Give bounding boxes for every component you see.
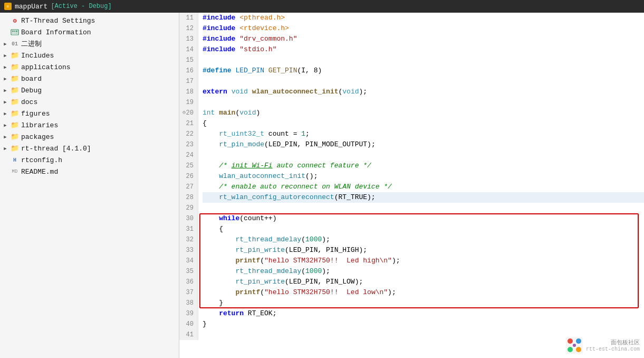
ln-35: 35 — [184, 266, 194, 277]
ln-28: 28 — [184, 192, 194, 203]
sidebar-item-readme-md[interactable]: MD README.md — [0, 166, 179, 177]
arrow-board-info — [2, 29, 8, 35]
ln-19: 19 — [184, 97, 194, 108]
debug-label: Debug — [21, 87, 42, 95]
arrow-includes: ▶ — [2, 52, 8, 59]
code-container: 11 12 13 14 15 16 17 18 19 20⊖ 21 22 23 … — [179, 13, 644, 340]
svg-point-11 — [576, 347, 581, 352]
code-line-38: } — [203, 298, 644, 308]
arrow-applications: ▶ — [2, 64, 8, 70]
code-line-25: /* init Wi-Fi auto connect feature */ — [203, 161, 644, 171]
rtconfig-h-label: rtconfig.h — [21, 156, 62, 164]
arrow-rtconfig-h — [2, 157, 8, 163]
ln-16: 16 — [184, 65, 194, 76]
sidebar-item-binary[interactable]: ▶ 01 二进制 — [0, 38, 179, 50]
svg-point-9 — [576, 338, 581, 344]
packages-folder-icon: 📁 — [11, 133, 19, 141]
binary-icon: 01 — [11, 40, 19, 48]
app-title: mappUart — [15, 3, 47, 11]
board-folder-icon: 📁 — [11, 74, 19, 83]
sidebar-item-figures[interactable]: ▶ 📁 figures — [0, 108, 179, 119]
code-line-28: rt_wlan_config_autoreconnect(RT_TRUE); — [203, 192, 644, 203]
sidebar-item-board[interactable]: ▶ 📁 board — [0, 73, 179, 84]
svg-point-8 — [568, 338, 573, 344]
svg-point-12 — [573, 344, 576, 347]
ln-39: 39 — [184, 308, 194, 319]
sidebar-item-debug[interactable]: ▶ 📁 Debug — [0, 84, 179, 96]
rt-thread-settings-label: RT-Thread Settings — [21, 17, 95, 25]
svg-point-10 — [568, 347, 573, 352]
rtthread-icon: ⚙ — [11, 16, 19, 25]
svg-rect-6 — [15, 33, 17, 33]
arrow-board: ▶ — [2, 76, 8, 82]
figures-label: figures — [21, 110, 50, 118]
ln-13: 13 — [184, 34, 194, 44]
ln-40: 40 — [184, 319, 194, 329]
sidebar-item-applications[interactable]: ▶ 📁 applications — [0, 61, 179, 73]
arrow-figures: ▶ — [2, 110, 8, 117]
ln-23: 23 — [184, 139, 194, 150]
arrow-readme-md — [2, 168, 8, 175]
svg-rect-5 — [14, 33, 15, 33]
code-line-29 — [203, 203, 644, 213]
applications-folder-icon: 📁 — [11, 63, 19, 71]
applications-label: applications — [21, 63, 71, 71]
code-line-33: rt_pin_write(LED_PIN, PIN_HIGH); — [203, 245, 644, 256]
sidebar-item-board-information[interactable]: Board Information — [0, 26, 179, 38]
code-line-40: } — [203, 319, 644, 329]
app-icon: ≡ — [4, 3, 12, 10]
watermark-logo-icon — [566, 337, 583, 354]
sidebar: ⚙ RT-Thread Settings Board Information — [0, 13, 179, 358]
ln-30: 30 — [184, 213, 194, 224]
sidebar-item-libraries[interactable]: ▶ 📁 libraries — [0, 119, 179, 131]
ln-37: 37 — [184, 287, 194, 298]
sidebar-item-rt-thread-settings[interactable]: ⚙ RT-Thread Settings — [0, 15, 179, 26]
code-line-24 — [203, 150, 644, 161]
ln-34: 34 — [184, 256, 194, 266]
watermark-site-name: 面包板社区 — [586, 338, 640, 346]
ln-36: 36 — [184, 277, 194, 287]
code-line-23: rt_pin_mode(LED_PIN, PIN_MODE_OUTPUT); — [203, 139, 644, 150]
ln-20: 20⊖ — [184, 108, 194, 118]
sidebar-item-docs[interactable]: ▶ 📁 docs — [0, 96, 179, 108]
code-line-12: #include <rtdevice.h> — [203, 23, 644, 34]
sidebar-item-includes[interactable]: ▶ 📁 Includes — [0, 50, 179, 61]
readme-md-icon: MD — [11, 167, 19, 176]
code-line-17 — [203, 76, 644, 87]
code-line-39: return RT_EOK; — [203, 308, 644, 319]
watermark-url: rtt-est-china.com — [586, 346, 640, 352]
editor-area[interactable]: 11 12 13 14 15 16 17 18 19 20⊖ 21 22 23 … — [179, 13, 644, 358]
watermark: 面包板社区 rtt-est-china.com — [566, 337, 640, 354]
arrow-rt-thread-lib: ▶ — [2, 145, 8, 152]
code-line-36: rt_pin_write(LED_PIN, PIN_LOW); — [203, 277, 644, 287]
code-line-19 — [203, 97, 644, 108]
code-line-16: #define LED_PIN GET_PIN(I, 8) — [203, 65, 644, 76]
arrow-rt-thread-settings — [2, 17, 8, 24]
libraries-label: libraries — [21, 121, 58, 129]
ln-41: 41 — [184, 329, 194, 340]
sidebar-item-rtconfig-h[interactable]: H rtconfig.h — [0, 154, 179, 166]
code-lines[interactable]: #include <pthread.h> #include <rtdevice.… — [198, 13, 644, 340]
board-information-label: Board Information — [21, 29, 91, 36]
rtconfig-h-icon: H — [11, 156, 19, 164]
packages-label: packages — [21, 133, 54, 141]
ln-14: 14 — [184, 44, 194, 55]
code-line-18: extern void wlan_autoconnect_init(void); — [203, 87, 644, 97]
sidebar-item-packages[interactable]: ▶ 📁 packages — [0, 131, 179, 143]
code-line-31: { — [203, 224, 644, 234]
ln-15: 15 — [184, 55, 194, 65]
board-icon — [11, 28, 19, 36]
libraries-folder-icon: 📁 — [11, 121, 19, 129]
ln-32: 32 — [184, 234, 194, 245]
sidebar-item-rt-thread-lib[interactable]: ▶ 📁 rt-thread [4.1.0] — [0, 143, 179, 154]
ln-27: 27 — [184, 182, 194, 192]
svg-rect-3 — [16, 31, 17, 32]
svg-rect-4 — [12, 33, 13, 33]
ln-18: 18 — [184, 87, 194, 97]
arrow-docs: ▶ — [2, 99, 8, 105]
code-line-35: rt_thread_mdelay(1000); — [203, 266, 644, 277]
code-line-34: printf("hello STM32H750!! Led high\n"); — [203, 256, 644, 266]
main-layout: ⚙ RT-Thread Settings Board Information — [0, 13, 644, 358]
code-line-21: { — [203, 118, 644, 129]
readme-md-label: README.md — [21, 168, 58, 176]
